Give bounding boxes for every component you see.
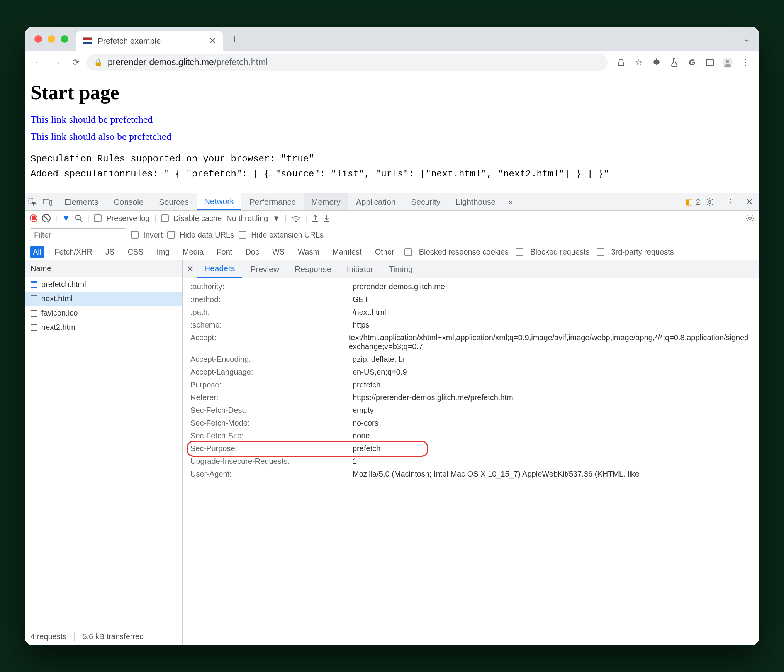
network-conditions-icon[interactable] [291,214,300,222]
header-name: :authority: [190,282,353,291]
type-chip-doc[interactable]: Doc [242,246,262,258]
warnings-badge[interactable]: ◧ 2 [686,197,700,207]
export-har-icon[interactable] [312,214,319,222]
type-chip-other[interactable]: Other [372,246,397,258]
type-chip-ws[interactable]: WS [269,246,288,258]
search-icon[interactable] [75,214,83,222]
type-chip-font[interactable]: Font [214,246,235,258]
close-tab-button[interactable]: ✕ [209,36,216,46]
menu-icon[interactable]: ⋮ [737,54,753,71]
bookmark-icon[interactable]: ☆ [631,54,647,71]
detail-tab-timing[interactable]: Timing [382,260,420,278]
disable-cache-label: Disable cache [173,214,222,223]
devtools-tab-application[interactable]: Application [349,193,403,210]
extensions-icon[interactable] [648,54,665,71]
type-chip-wasm[interactable]: Wasm [295,246,322,258]
type-chip-js[interactable]: JS [102,246,117,258]
third-party-checkbox[interactable] [597,248,604,256]
type-chip-img[interactable]: Img [154,246,173,258]
detail-tab-headers[interactable]: Headers [197,260,242,278]
back-button[interactable]: ← [31,54,47,71]
settings-icon[interactable] [706,198,719,206]
prefetch-link-1[interactable]: This link should be prefetched [31,114,753,126]
devtools-tab-security[interactable]: Security [404,193,447,210]
detail-tab-preview[interactable]: Preview [243,260,286,278]
reload-button[interactable]: ⟳ [68,54,84,71]
type-chip-css[interactable]: CSS [124,246,146,258]
request-detail: ✕ HeadersPreviewResponseInitiatorTiming … [183,260,759,645]
detail-tab-response[interactable]: Response [288,260,338,278]
header-value: https://prerender-demos.glitch.me/prefet… [353,393,759,402]
record-button[interactable] [30,214,37,222]
svg-point-7 [709,201,711,203]
google-icon[interactable]: G [684,54,700,71]
header-value: https [353,321,759,329]
header-row: Accept-Encoding:gzip, deflate, br [190,353,759,366]
devtools-tab-elements[interactable]: Elements [58,193,105,210]
svg-rect-0 [706,59,713,66]
import-har-icon[interactable] [323,214,330,222]
page-heading: Start page [31,81,753,104]
type-chip-all[interactable]: All [30,246,44,258]
close-window-button[interactable] [34,35,42,43]
device-icon[interactable] [43,198,56,206]
prefetch-link-2[interactable]: This link should also be prefetched [31,131,753,143]
blocked-req-checkbox[interactable] [516,248,523,256]
svg-line-9 [80,219,82,222]
new-tab-button[interactable]: + [227,33,242,45]
profile-icon[interactable] [720,54,736,71]
type-chip-fetchxhr[interactable]: Fetch/XHR [51,246,95,258]
devtools-tab-sources[interactable]: Sources [152,193,196,210]
throttling-select[interactable]: No throttling ▼ [226,214,280,223]
type-chip-media[interactable]: Media [180,246,207,258]
devtools-tab-lighthouse[interactable]: Lighthouse [449,193,502,210]
forward-button[interactable]: → [49,54,65,71]
header-row: :path:/next.html [190,306,759,319]
devtools-tab-memory[interactable]: Memory [304,193,348,210]
close-devtools-button[interactable]: ✕ [743,197,756,207]
type-filter-row: AllFetch/XHRJSCSSImgMediaFontDocWSWasmMa… [25,244,759,260]
header-value: 1 [353,457,759,466]
browser-tab[interactable]: Prefetch example ✕ [76,31,223,51]
header-row: Sec-Fetch-Mode:no-cors [190,417,759,429]
request-row[interactable]: prefetch.html [25,277,182,292]
devtools-tab-network[interactable]: Network [197,193,241,210]
kebab-icon[interactable]: ⋮ [724,197,737,207]
clear-button[interactable] [42,214,51,222]
svg-point-10 [295,221,297,222]
filter-input[interactable] [30,228,126,241]
network-status-bar: 4 requests 5.6 kB transferred [25,628,182,645]
request-row[interactable]: favicon.ico [25,306,182,320]
more-tabs-icon[interactable]: » [504,197,517,206]
header-row: :method:GET [190,293,759,306]
blocked-cookies-checkbox[interactable] [404,248,412,256]
header-name: Purpose: [190,380,353,389]
browser-toolbar: ← → ⟳ 🔒 prerender-demos.glitch.me/prefet… [25,51,759,74]
devtools-tab-console[interactable]: Console [107,193,151,210]
header-name: Sec-Fetch-Dest: [190,406,353,415]
close-detail-button[interactable]: ✕ [187,264,193,274]
request-list-header: Name [25,260,182,277]
hide-ext-checkbox[interactable] [239,231,246,239]
type-chip-manifest[interactable]: Manifest [329,246,365,258]
devtools-tab-performance[interactable]: Performance [243,193,303,210]
share-icon[interactable] [613,54,629,71]
tabs-menu-button[interactable]: ⌄ [743,34,750,44]
address-bar[interactable]: 🔒 prerender-demos.glitch.me/prefetch.htm… [86,54,608,71]
request-row[interactable]: next2.html [25,320,182,334]
filter-icon[interactable]: ▼ [62,213,70,223]
network-settings-icon[interactable] [746,214,754,222]
disable-cache-checkbox[interactable] [161,214,169,222]
request-row[interactable]: next.html [25,292,182,306]
minimize-window-button[interactable] [48,35,55,43]
invert-checkbox[interactable] [131,231,139,239]
header-name: :path: [190,308,353,317]
sidepanel-icon[interactable] [702,54,718,71]
maximize-window-button[interactable] [61,35,68,43]
labs-icon[interactable] [666,54,682,71]
detail-tab-initiator[interactable]: Initiator [340,260,380,278]
inspect-icon[interactable] [28,198,41,206]
hide-data-checkbox[interactable] [167,231,175,239]
preserve-log-checkbox[interactable] [94,214,102,222]
url-path: /prefetch.html [214,57,268,67]
